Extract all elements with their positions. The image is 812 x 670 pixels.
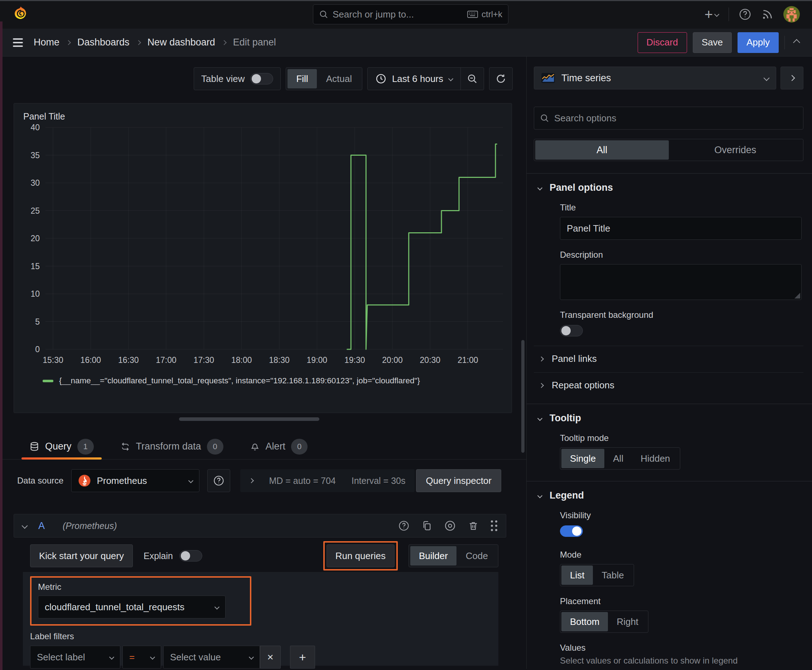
section-legend[interactable]: Legend xyxy=(534,490,804,501)
actual-mode-button[interactable]: Actual xyxy=(317,69,361,88)
grafana-logo[interactable] xyxy=(12,6,29,23)
legend-list-button[interactable]: List xyxy=(561,565,593,585)
svg-text:17:00: 17:00 xyxy=(156,355,176,365)
chevron-right-icon xyxy=(222,40,227,45)
news-rss-icon[interactable] xyxy=(761,8,773,20)
explain-toggle[interactable] xyxy=(180,550,202,562)
tab-overrides[interactable]: Overrides xyxy=(669,140,802,160)
divider xyxy=(729,7,729,21)
legend-right-button[interactable]: Right xyxy=(608,612,647,631)
svg-text:5: 5 xyxy=(35,317,40,327)
query-ref-id: A xyxy=(38,520,45,531)
help-icon[interactable] xyxy=(398,520,409,531)
operator-dropdown[interactable]: = xyxy=(122,646,161,668)
tab-transform-data[interactable]: Transform data 0 xyxy=(112,434,231,459)
visualization-picker[interactable]: Time series xyxy=(534,66,776,90)
legend-swatch[interactable] xyxy=(42,380,53,382)
tab-all[interactable]: All xyxy=(535,140,669,160)
discard-button[interactable]: Discard xyxy=(637,32,687,53)
explain-control: Explain xyxy=(144,550,202,562)
horizontal-scrollbar[interactable] xyxy=(179,417,319,421)
vertical-scrollbar[interactable] xyxy=(521,340,524,453)
svg-text:20: 20 xyxy=(31,234,40,243)
svg-text:17:30: 17:30 xyxy=(194,355,214,365)
breadcrumb-dashboards[interactable]: Dashboards xyxy=(77,37,130,48)
svg-text:25: 25 xyxy=(31,206,40,215)
menu-toggle-button[interactable] xyxy=(13,38,23,47)
drag-handle-icon[interactable] xyxy=(491,520,497,531)
visualization-value: Time series xyxy=(561,73,758,84)
run-queries-button[interactable]: Run queries xyxy=(327,544,395,567)
datasource-picker[interactable]: Prometheus xyxy=(71,469,199,492)
legend-visibility-toggle[interactable] xyxy=(560,525,583,537)
help-icon[interactable] xyxy=(739,8,751,20)
legend-mode-group: List Table xyxy=(560,564,634,586)
fill-mode-button[interactable]: Fill xyxy=(288,69,317,88)
add-filter-button[interactable]: + xyxy=(290,646,315,668)
chevron-right-icon xyxy=(539,382,544,387)
refresh-button[interactable] xyxy=(490,67,512,90)
search-placeholder: Search or jump to... xyxy=(332,9,463,20)
delete-query-trash-icon[interactable] xyxy=(468,520,479,531)
remove-filter-button[interactable]: × xyxy=(260,646,281,668)
save-button[interactable]: Save xyxy=(693,32,732,53)
datasource-help-button[interactable] xyxy=(207,469,230,492)
zoom-out-button[interactable] xyxy=(461,67,484,90)
select-label-dropdown[interactable]: Select label xyxy=(30,646,120,668)
tooltip-single-button[interactable]: Single xyxy=(561,449,604,468)
section-repeat-options[interactable]: Repeat options xyxy=(534,380,804,391)
query-section-tabs: Query 1 Transform data 0 xyxy=(0,434,526,460)
section-panel-options[interactable]: Panel options xyxy=(534,182,804,193)
query-count-badge: 1 xyxy=(77,439,94,455)
tab-query[interactable]: Query 1 xyxy=(22,434,102,459)
new-menu-button[interactable]: + xyxy=(705,7,719,22)
options-search-input[interactable] xyxy=(554,113,797,124)
duplicate-query-icon[interactable] xyxy=(421,520,432,531)
tab-alert[interactable]: Alert 0 xyxy=(242,434,316,459)
section-panel-links[interactable]: Panel links xyxy=(534,353,804,364)
tooltip-hidden-button[interactable]: Hidden xyxy=(632,449,678,468)
query-builder-body: Metric cloudflared_tunnel_total_requests… xyxy=(23,572,498,666)
chevron-down-icon xyxy=(537,185,542,190)
resize-handle[interactable] xyxy=(795,293,800,298)
disable-query-eye-icon[interactable] xyxy=(444,520,456,531)
chevron-right-icon[interactable] xyxy=(249,478,254,483)
legend-visibility-label: Visibility xyxy=(560,510,802,520)
keyboard-icon xyxy=(467,11,478,18)
apply-button[interactable]: Apply xyxy=(737,32,779,53)
svg-text:30: 30 xyxy=(31,178,40,188)
collapse-query-icon[interactable] xyxy=(22,523,28,529)
legend-bottom-button[interactable]: Bottom xyxy=(561,612,608,631)
code-mode-button[interactable]: Code xyxy=(457,546,497,565)
description-textarea[interactable] xyxy=(560,264,802,300)
collapse-pane-button[interactable] xyxy=(794,40,799,45)
table-view-toggle[interactable] xyxy=(250,73,273,85)
breadcrumb-home[interactable]: Home xyxy=(34,37,59,48)
global-search-input[interactable]: Search or jump to... ctrl+k xyxy=(313,4,509,24)
collapse-options-button[interactable] xyxy=(780,66,804,90)
kick-start-button[interactable]: Kick start your query xyxy=(30,544,133,567)
explain-label: Explain xyxy=(144,551,173,561)
time-range-picker[interactable]: Last 6 hours xyxy=(368,68,460,90)
metric-select[interactable]: cloudflared_tunnel_total_requests xyxy=(38,596,225,618)
chevron-down-icon xyxy=(448,76,453,81)
query-inspector-button[interactable]: Query inspector xyxy=(416,469,501,492)
legend-series-name[interactable]: {__name__="cloudflared_tunnel_total_requ… xyxy=(59,376,420,386)
query-actions xyxy=(398,520,497,531)
query-datasource-hint: (Prometheus) xyxy=(63,521,117,531)
panel-title-input[interactable] xyxy=(560,217,802,240)
select-value-dropdown[interactable]: Select value xyxy=(163,646,260,668)
tooltip-all-button[interactable]: All xyxy=(604,449,632,468)
builder-mode-button[interactable]: Builder xyxy=(410,546,456,565)
user-avatar[interactable] xyxy=(783,6,800,22)
options-search[interactable] xyxy=(534,107,804,130)
time-series-chart[interactable]: 051015202530354015:3016:0016:3017:0017:3… xyxy=(20,122,507,372)
svg-text:0: 0 xyxy=(35,345,40,354)
legend-values-hint: Select values or calculations to show in… xyxy=(560,656,802,666)
description-label: Description xyxy=(560,250,802,260)
transparent-background-toggle[interactable] xyxy=(560,325,583,337)
legend-table-button[interactable]: Table xyxy=(593,565,632,585)
breadcrumb-new-dashboard[interactable]: New dashboard xyxy=(147,37,215,48)
section-tooltip[interactable]: Tooltip xyxy=(534,413,804,424)
metric-annotation: Metric cloudflared_tunnel_total_requests xyxy=(30,576,251,626)
